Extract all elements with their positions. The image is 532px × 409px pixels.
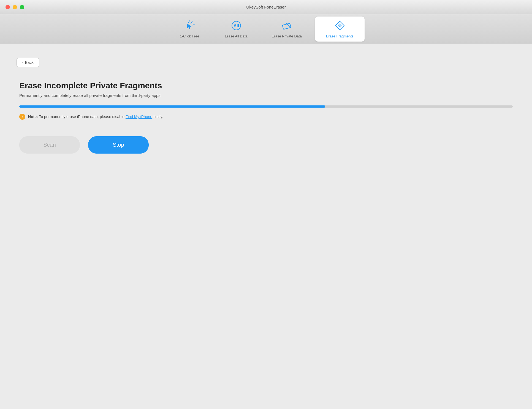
tab-erase-private[interactable]: Erase Private Data	[261, 17, 313, 42]
note-row: ! Note: To permanently erase iPhone data…	[19, 114, 513, 120]
progress-bar-fill	[19, 105, 325, 108]
one-click-icon	[184, 20, 195, 33]
note-body: To permanently erase iPhone data, please…	[39, 114, 125, 119]
tab-erase-fragments[interactable]: Erase Fragments	[315, 17, 365, 42]
svg-rect-5	[283, 23, 291, 29]
tab-erase-private-label: Erase Private Data	[272, 34, 302, 38]
app-title: UkeySoft FoneEraser	[246, 5, 286, 9]
chevron-left-icon: ‹	[22, 61, 23, 64]
scan-button[interactable]: Scan	[19, 136, 80, 154]
tab-one-click-label: 1-Click Free	[180, 34, 199, 38]
find-my-iphone-link[interactable]: Find My iPhone	[126, 114, 152, 119]
window-controls	[6, 5, 24, 9]
content-section: Erase Incomplete Private Fragments Perma…	[17, 81, 515, 154]
progress-bar-container	[19, 105, 513, 108]
erase-all-icon: All	[230, 20, 242, 33]
section-title: Erase Incomplete Private Fragments	[19, 81, 513, 90]
erase-fragments-icon	[334, 20, 346, 33]
minimize-button[interactable]	[13, 5, 17, 9]
note-suffix: firstly.	[153, 114, 163, 119]
back-button[interactable]: ‹ Back	[17, 58, 39, 67]
tab-erase-all[interactable]: All Erase All Data	[214, 17, 258, 42]
back-button-label: Back	[25, 60, 34, 65]
svg-line-2	[192, 25, 194, 25]
tab-one-click[interactable]: 1-Click Free	[167, 17, 211, 42]
section-subtitle: Permanently and completely erase all pri…	[19, 93, 513, 98]
svg-text:All: All	[234, 23, 239, 28]
svg-line-1	[191, 22, 192, 23]
warning-icon: !	[19, 114, 25, 120]
buttons-row: Scan Stop	[19, 136, 513, 154]
erase-private-icon	[281, 20, 292, 33]
svg-line-0	[189, 21, 190, 23]
note-label: Note:	[28, 114, 38, 119]
close-button[interactable]	[6, 5, 10, 9]
main-content: ‹ Back Erase Incomplete Private Fragment…	[0, 44, 532, 409]
stop-button[interactable]: Stop	[88, 136, 149, 154]
note-text: Note: To permanently erase iPhone data, …	[28, 114, 163, 119]
tab-erase-all-label: Erase All Data	[225, 34, 247, 38]
tab-erase-fragments-label: Erase Fragments	[326, 34, 354, 38]
maximize-button[interactable]	[20, 5, 24, 9]
nav-tabs: 1-Click Free All Erase All Data Erase Pr…	[0, 14, 532, 44]
titlebar: UkeySoft FoneEraser	[0, 0, 532, 14]
